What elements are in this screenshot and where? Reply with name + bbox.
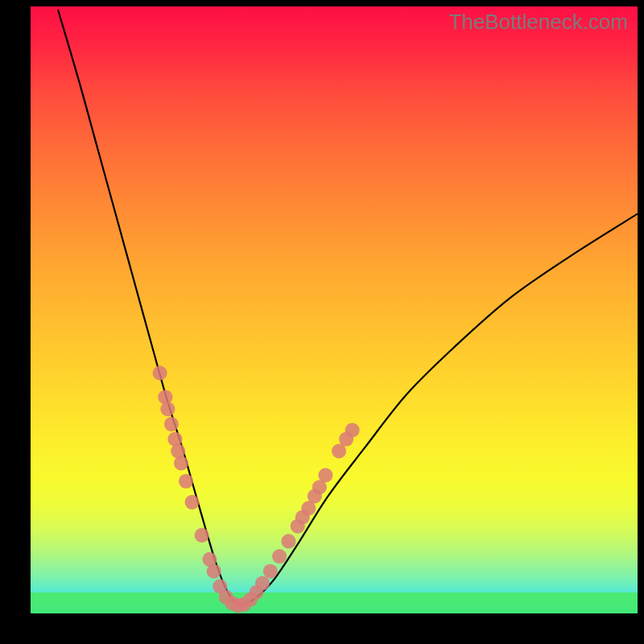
- marker-dot: [164, 417, 179, 431]
- marker-dot: [153, 365, 167, 380]
- marker-dot: [160, 402, 175, 416]
- marker-dot: [158, 390, 172, 404]
- marker-dot: [195, 528, 209, 543]
- watermark-text: TheBottleneck.com: [448, 10, 628, 35]
- plot-area: TheBottleneck.com: [31, 6, 638, 613]
- curve-markers: [153, 365, 360, 613]
- marker-dot: [174, 456, 188, 470]
- marker-dot: [272, 549, 287, 564]
- figure-frame: TheBottleneck.com: [0, 0, 644, 644]
- marker-dot: [318, 468, 332, 482]
- marker-dot: [281, 534, 295, 548]
- marker-dot: [263, 564, 278, 579]
- marker-dot: [255, 576, 270, 591]
- marker-dot: [185, 495, 200, 510]
- marker-dot: [207, 564, 221, 579]
- bottleneck-curve: [58, 10, 638, 605]
- marker-dot: [179, 474, 193, 489]
- marker-dot: [345, 423, 360, 437]
- chart-svg: [31, 6, 638, 613]
